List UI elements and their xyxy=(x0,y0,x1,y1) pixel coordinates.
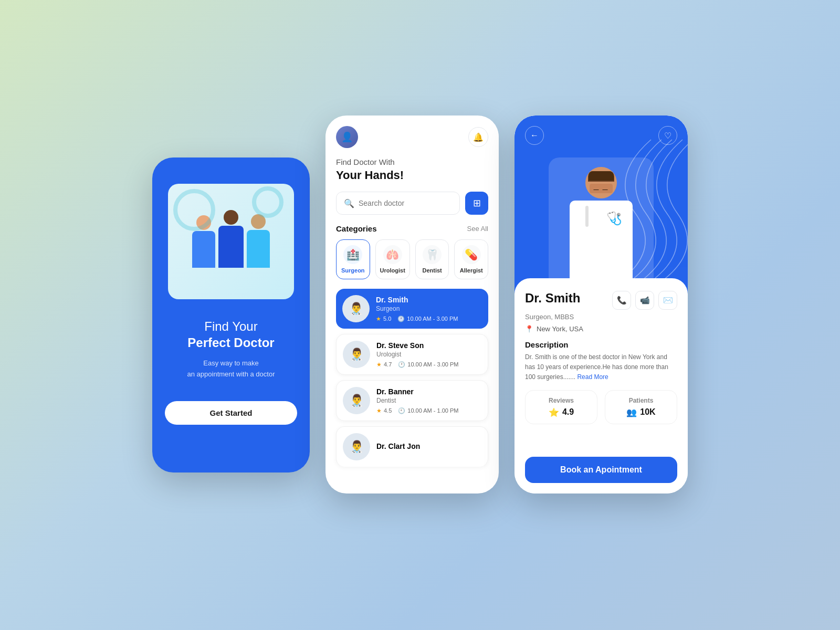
doctor-hero-section: ← ♡ — — 🩺 xyxy=(514,116,688,294)
patients-label: Patients xyxy=(613,397,669,404)
hours-banner: 🕙 10.00 AM - 1.00 PM xyxy=(398,407,458,414)
doctor-meta-banner: ★ 4.5 🕙 10.00 AM - 1.00 PM xyxy=(376,407,481,414)
detail-doctor-name: Dr. Smith xyxy=(525,291,580,306)
phone2-header: 👤 🔔 xyxy=(336,126,488,148)
splash-subtitle: Easy way to make an appointment with a d… xyxy=(187,358,275,380)
categories-label: Categories xyxy=(336,224,377,233)
doctor-name-smith: Dr. Smith xyxy=(376,296,482,304)
doctor-card-smith[interactable]: 👨‍⚕️ Dr. Smith Surgeon ★ 5.0 🕐 10.00 AM … xyxy=(336,289,488,329)
doctor-specialty-smith: Surgeon xyxy=(376,305,482,312)
action-icons-group: 📞 📹 ✉️ xyxy=(612,291,677,310)
patients-stat: Patients 👥 10K xyxy=(605,390,677,424)
reviews-stat: Reviews ⭐ 4.9 xyxy=(525,390,597,424)
description-text: Dr. Smith is one of the best doctor in N… xyxy=(525,352,677,383)
splash-screen: Find Your Perfect Doctor Easy way to mak… xyxy=(152,158,310,472)
doctor-card-steveson[interactable]: 👨‍⚕️ Dr. Steve Son Urologist ★ 4.7 🕐 10.… xyxy=(336,334,488,375)
tagline-text: Your Hands! xyxy=(336,169,488,182)
doctor-info-clartjon: Dr. Clart Jon xyxy=(376,442,481,452)
spiral-lines-svg xyxy=(598,134,688,292)
doctor-specialty-steveson: Urologist xyxy=(376,351,481,358)
get-started-button[interactable]: Get Started xyxy=(165,401,297,425)
doctor-name-banner: Dr. Banner xyxy=(376,387,481,396)
doctor-avatar-clartjon: 👨‍⚕️ xyxy=(343,433,370,460)
chip-dentist-label: Dentist xyxy=(423,267,442,274)
call-button[interactable]: 📞 xyxy=(612,291,631,310)
detail-specialty: Surgeon, MBBS xyxy=(525,313,677,321)
video-button[interactable]: 📹 xyxy=(635,291,654,310)
spiral-decoration xyxy=(598,134,688,294)
doctor-info-steveson: Dr. Steve Son Urologist ★ 4.7 🕐 10.00 AM… xyxy=(376,341,481,368)
read-more-link[interactable]: Read More xyxy=(577,373,608,381)
decorative-circle-1 xyxy=(173,189,215,231)
doctor-avatar-steveson: 👨‍⚕️ xyxy=(343,341,370,368)
location-text: New York, USA xyxy=(537,325,583,333)
greeting-text: Find Doctor With xyxy=(336,158,488,166)
dentist-icon: 🦷 xyxy=(423,245,442,264)
hours-smith: 🕐 10.00 AM - 3.00 PM xyxy=(397,316,458,322)
doctor-head-2 xyxy=(224,210,238,225)
urologist-icon: 🫁 xyxy=(383,245,402,264)
message-button[interactable]: ✉️ xyxy=(658,291,677,310)
doctor-card-clartjon[interactable]: 👨‍⚕️ Dr. Clart Jon xyxy=(336,426,488,467)
chip-dentist[interactable]: 🦷 Dentist xyxy=(415,239,449,279)
description-section: Description Dr. Smith is one of the best… xyxy=(525,340,677,383)
doctor-body-1 xyxy=(192,231,215,268)
doctor-info-banner: Dr. Banner Dentist ★ 4.5 🕙 10.00 AM - 1.… xyxy=(376,387,481,414)
doctor-figure-3 xyxy=(247,214,270,268)
search-box[interactable]: 🔍 xyxy=(336,192,460,215)
clock-icon-smith: 🕐 xyxy=(397,316,405,322)
chip-surgeon-label: Surgeon xyxy=(341,267,365,274)
book-appointment-button[interactable]: Book an Apointment xyxy=(525,457,677,483)
reviews-label: Reviews xyxy=(533,397,590,404)
rating-banner: ★ 4.5 xyxy=(376,407,392,414)
search-input[interactable] xyxy=(359,199,452,207)
reviews-value: ⭐ 4.9 xyxy=(533,407,590,417)
rating-smith: ★ 5.0 xyxy=(376,316,391,322)
see-all-link[interactable]: See All xyxy=(467,225,488,233)
star-icon-banner: ★ xyxy=(376,407,382,414)
hours-steveson: 🕐 10.00 AM - 3.00 PM xyxy=(398,361,458,368)
chip-surgeon[interactable]: 🏥 Surgeon xyxy=(336,239,370,279)
detail-screen: ← ♡ — — 🩺 xyxy=(514,116,688,494)
back-button[interactable]: ← xyxy=(525,126,544,145)
detail-header-row: Dr. Smith 📞 📹 ✉️ xyxy=(525,291,677,310)
doctor-figure-2 xyxy=(218,210,244,268)
filter-button[interactable]: ⊞ xyxy=(465,192,488,215)
splash-title: Find Your Perfect Doctor xyxy=(187,318,274,351)
decorative-circle-2 xyxy=(252,186,284,218)
categories-header: Categories See All xyxy=(336,224,488,233)
doctor-name-steveson: Dr. Steve Son xyxy=(376,341,481,350)
description-title: Description xyxy=(525,340,677,349)
rating-steveson: ★ 4.7 xyxy=(376,361,392,368)
clock-icon-steveson: 🕐 xyxy=(398,361,405,368)
chip-allergist-label: Allergist xyxy=(460,267,483,274)
location-icon: 📍 xyxy=(525,325,533,333)
star-rating-icon: ⭐ xyxy=(549,407,559,417)
notification-button[interactable]: 🔔 xyxy=(468,127,488,147)
surgeon-icon: 🏥 xyxy=(343,245,362,264)
search-icon: 🔍 xyxy=(344,198,354,208)
doctor-meta-steveson: ★ 4.7 🕐 10.00 AM - 3.00 PM xyxy=(376,361,481,368)
search-screen: 👤 🔔 Find Doctor With Your Hands! 🔍 ⊞ Cat… xyxy=(326,116,499,494)
chip-urologist[interactable]: 🫁 Urologist xyxy=(375,239,410,279)
patients-value: 👥 10K xyxy=(613,407,669,417)
allergist-icon: 💊 xyxy=(462,245,481,264)
star-icon-smith: ★ xyxy=(376,316,381,322)
search-row: 🔍 ⊞ xyxy=(336,192,488,215)
chip-allergist[interactable]: 💊 Allergist xyxy=(454,239,488,279)
doctor-detail-section: Dr. Smith 📞 📹 ✉️ Surgeon, MBBS 📍 New Yor… xyxy=(514,278,688,494)
doctor-meta-smith: ★ 5.0 🕐 10.00 AM - 3.00 PM xyxy=(376,316,482,322)
patients-icon: 👥 xyxy=(626,407,637,417)
doctor-body-3 xyxy=(247,230,270,268)
illustration-box xyxy=(168,184,294,299)
doctor-specialty-banner: Dentist xyxy=(376,397,481,404)
chip-urologist-label: Urologist xyxy=(380,267,405,274)
star-icon-steveson: ★ xyxy=(376,361,382,368)
doctor-avatar-smith: 👨‍⚕️ xyxy=(342,295,370,322)
doctor-card-banner[interactable]: 👨‍⚕️ Dr. Banner Dentist ★ 4.5 🕙 10.00 AM… xyxy=(336,380,488,421)
doctor-name-clartjon: Dr. Clart Jon xyxy=(376,442,481,450)
user-avatar[interactable]: 👤 xyxy=(336,126,358,148)
stats-row: Reviews ⭐ 4.9 Patients 👥 10K xyxy=(525,390,677,424)
detail-location: 📍 New York, USA xyxy=(525,325,677,333)
doctor-avatar-banner: 👨‍⚕️ xyxy=(343,387,370,414)
